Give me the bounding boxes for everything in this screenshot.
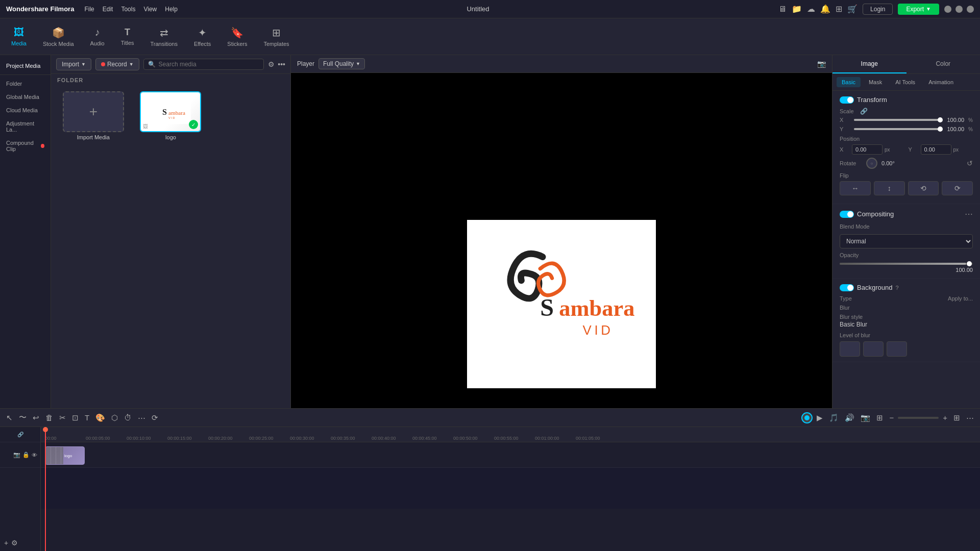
background-toggle[interactable] (840, 284, 854, 291)
folder-icon[interactable]: 📁 (792, 4, 802, 14)
menu-tools[interactable]: Tools (121, 6, 135, 13)
minimize-button[interactable] (944, 6, 951, 13)
scale-y-thumb[interactable] (938, 127, 943, 132)
toolbar-item-templates[interactable]: ⊞ Templates (256, 23, 296, 50)
import-tile[interactable]: + (63, 91, 124, 132)
opacity-slider[interactable] (840, 263, 973, 265)
flip-rotate-left-button[interactable]: ⟲ (908, 181, 939, 195)
tl-undo[interactable]: ↩ (31, 412, 41, 424)
rotate-reset-icon[interactable]: ↺ (967, 159, 973, 167)
tl-vol-icon[interactable]: 🔊 (843, 412, 856, 424)
toolbar-item-media[interactable]: 🖼 Media (4, 23, 34, 49)
sidebar-item-adjustment[interactable]: Adjustment La... (2, 117, 48, 136)
link-icon[interactable]: 🔗 (17, 432, 23, 437)
quality-select[interactable]: Full Quality ▼ (318, 58, 365, 69)
menu-edit[interactable]: Edit (103, 6, 113, 13)
search-input[interactable] (159, 61, 260, 68)
export-button[interactable]: Export ▼ (898, 4, 939, 15)
add-track-icon[interactable]: + (4, 539, 8, 547)
toolbar-item-effects[interactable]: ✦ Effects (187, 23, 218, 50)
tl-motion[interactable]: ⋯ (136, 412, 148, 424)
sidebar-item-cloud[interactable]: Cloud Media (2, 104, 48, 116)
flip-rotate-right-button[interactable]: ⟳ (942, 181, 973, 195)
track-camera-icon[interactable]: 📷 (13, 452, 20, 458)
tl-cut[interactable]: ✂ (57, 412, 68, 424)
close-button[interactable] (967, 6, 974, 13)
zoom-slider[interactable] (898, 417, 939, 419)
menu-file[interactable]: File (84, 6, 94, 13)
tl-speed[interactable]: ⟳ (150, 412, 160, 424)
video-clip[interactable]: logo (45, 446, 85, 465)
tl-clock[interactable]: ⏱ (122, 412, 134, 423)
menu-view[interactable]: View (143, 6, 157, 13)
tl-record-button[interactable] (801, 412, 813, 423)
import-dropdown-icon[interactable]: ▼ (81, 62, 86, 67)
login-button[interactable]: Login (863, 4, 893, 15)
cart-icon[interactable]: 🛒 (847, 4, 857, 14)
more-icon[interactable]: ••• (278, 60, 285, 68)
export-dropdown-icon[interactable]: ▼ (926, 6, 931, 12)
sidebar-item-global[interactable]: Global Media (2, 91, 48, 103)
prop-tab-basic[interactable]: Basic (837, 77, 861, 87)
track-eye-icon[interactable]: 👁 (32, 452, 37, 458)
track-settings-icon[interactable]: ⚙ (11, 539, 18, 547)
scale-x-thumb[interactable] (938, 117, 943, 122)
flip-vertical-button[interactable]: ↕ (874, 181, 905, 195)
scale-x-slider[interactable] (854, 119, 942, 121)
tl-minus-icon[interactable]: − (887, 412, 896, 423)
transform-toggle[interactable] (840, 96, 854, 104)
tl-select-tool[interactable]: ↖ (4, 412, 15, 424)
prop-tab-ai-tools[interactable]: AI Tools (890, 77, 920, 87)
record-button[interactable]: Record ▼ (95, 58, 139, 70)
tl-ripple-tool[interactable]: 〜 (17, 411, 29, 424)
scale-lock-icon[interactable]: 🔗 (860, 108, 868, 115)
sidebar-item-compound[interactable]: Compound Clip (2, 137, 48, 155)
pos-x-input[interactable] (852, 144, 883, 155)
tl-crop[interactable]: ⊡ (70, 412, 81, 424)
compositing-toggle[interactable] (840, 211, 854, 218)
compositing-more-icon[interactable]: ⋯ (965, 209, 973, 219)
menu-help[interactable]: Help (165, 6, 178, 13)
tl-camera-icon[interactable]: 📷 (859, 412, 872, 424)
opacity-thumb[interactable] (967, 261, 972, 266)
sidebar-item-folder[interactable]: Folder (2, 78, 48, 90)
grid-icon[interactable]: ⊞ (836, 4, 842, 14)
blend-mode-select[interactable]: Normal (840, 234, 973, 248)
tl-grid-icon[interactable]: ⊞ (951, 412, 962, 424)
blur-level-3[interactable] (887, 341, 907, 357)
sidebar-item-project-media[interactable]: Project Media (2, 60, 48, 72)
toolbar-item-transitions[interactable]: ⇄ Transitions (143, 23, 185, 50)
tl-color[interactable]: 🎨 (93, 412, 107, 424)
tab-color[interactable]: Color (906, 55, 981, 73)
blur-level-1[interactable] (840, 341, 860, 357)
toolbar-item-stickers[interactable]: 🔖 Stickers (220, 23, 254, 50)
record-dropdown-icon[interactable]: ▼ (129, 62, 134, 67)
tl-text[interactable]: T (83, 412, 91, 423)
cloud-icon[interactable]: ☁ (807, 4, 815, 14)
flip-horizontal-button[interactable]: ↔ (840, 181, 871, 195)
tl-audio-icon[interactable]: 🎵 (827, 412, 841, 424)
monitor-icon[interactable]: 🖥 (778, 5, 787, 14)
prop-tab-animation[interactable]: Animation (923, 77, 959, 87)
tab-image[interactable]: Image (832, 55, 906, 73)
toolbar-item-audio[interactable]: ♪ Audio (83, 23, 112, 49)
tl-mask[interactable]: ⬡ (109, 412, 120, 424)
background-help-icon[interactable]: ? (895, 285, 898, 291)
tl-play-icon[interactable]: ▶ (815, 412, 825, 424)
toolbar-item-stock[interactable]: 📦 Stock Media (36, 23, 81, 50)
import-button[interactable]: Import ▼ (56, 58, 91, 70)
scale-y-slider[interactable] (854, 128, 942, 130)
blur-level-2[interactable] (863, 341, 884, 357)
track-lock-icon[interactable]: 🔒 (22, 452, 30, 458)
tl-more-icon[interactable]: ⋯ (964, 412, 976, 424)
maximize-button[interactable] (955, 6, 963, 13)
bell-icon[interactable]: 🔔 (820, 4, 830, 14)
pos-y-input[interactable] (921, 144, 951, 155)
screenshot-icon[interactable]: 📷 (817, 60, 826, 68)
filter-icon[interactable]: ⚙ (268, 60, 275, 68)
prop-tab-mask[interactable]: Mask (864, 77, 887, 87)
tl-copy-icon[interactable]: ⊞ (874, 412, 885, 424)
tl-plus-icon[interactable]: + (941, 412, 949, 423)
toolbar-item-titles[interactable]: T Titles (114, 24, 141, 49)
rotate-knob[interactable]: ○ (866, 158, 877, 169)
